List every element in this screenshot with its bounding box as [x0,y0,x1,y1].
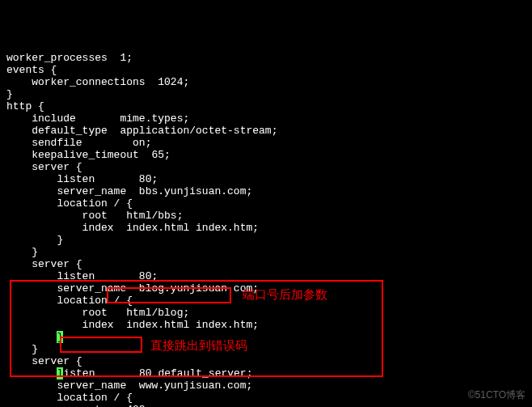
config-line: } [6,343,526,355]
config-line: } [6,88,526,100]
cursor-block: l [57,367,63,379]
terminal-output: worker_processes 1;events { worker_conne… [6,52,526,407]
config-line: http { [6,100,526,112]
config-line: server { [6,161,526,173]
config-line: root html/bbs; [6,210,526,222]
config-line: include mime.types; [6,112,526,125]
config-line: listen 80; [6,270,526,282]
config-line: } [6,331,526,343]
config-line: worker_connections 1024; [6,76,526,88]
config-line: default_type application/octet-stream; [6,125,526,137]
config-line: } [6,234,526,246]
config-line: sendfile on; [6,137,526,149]
config-line: listen 80; [6,173,526,185]
annotation-error-code: 直接跳出到错误码 [150,338,247,354]
config-line: server { [6,258,526,270]
config-line: worker_processes 1; [6,52,526,64]
config-line: location / { [6,392,526,404]
annotation-port-param: 端口号后加参数 [243,287,327,303]
config-line: index index.html index.htm; [6,319,526,331]
config-line: server_name www.yunjisuan.com; [6,379,526,392]
config-line: return 403; [6,404,526,407]
watermark: ©51CTO博客 [468,388,526,402]
config-line: } [6,246,526,258]
config-line: listen 80 default_server; [6,367,526,379]
config-line: events { [6,64,526,76]
config-line: root html/blog; [6,307,526,319]
config-line: index index.html index.htm; [6,222,526,234]
config-line: location / { [6,197,526,210]
config-line: keepalive_timeout 65; [6,149,526,161]
config-line: server_name bbs.yunjisuan.com; [6,185,526,197]
cursor-block: } [57,331,63,343]
config-line: server { [6,355,526,367]
